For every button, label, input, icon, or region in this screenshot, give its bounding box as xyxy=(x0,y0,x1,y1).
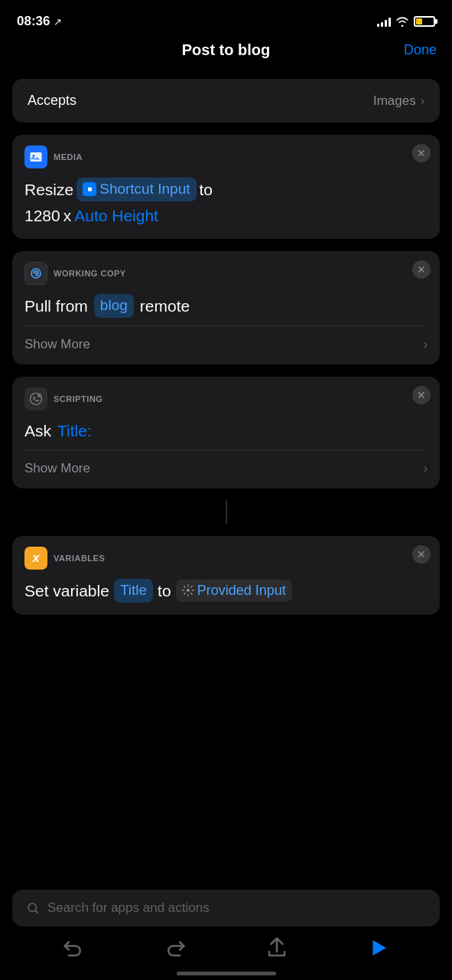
accepts-label: Accepts xyxy=(28,93,76,109)
scripting-category-label: SCRIPTING xyxy=(54,394,102,403)
variables-category-label: VARIABLES xyxy=(54,554,105,563)
set-variable-text: Set variable xyxy=(24,580,109,602)
search-placeholder: Search for apps and actions xyxy=(47,900,210,916)
status-time: 08:36 xyxy=(17,14,50,29)
working-copy-close-button[interactable]: ✕ xyxy=(412,260,431,279)
accepts-chevron: › xyxy=(421,94,424,108)
media-category-label: MEDIA xyxy=(54,152,83,162)
scripting-card: SCRIPTING ✕ Ask Title: Show More › xyxy=(12,377,440,488)
title-var-label: Title xyxy=(120,580,147,601)
location-icon: ↗ xyxy=(54,16,62,28)
page-title: Post to blog xyxy=(182,41,271,59)
accepts-value-text: Images xyxy=(373,93,416,109)
auto-height-token[interactable]: Auto Height xyxy=(74,204,158,227)
variables-header: x VARIABLES xyxy=(24,547,428,570)
blog-token[interactable]: blog xyxy=(94,294,134,318)
play-button[interactable] xyxy=(362,931,395,965)
set-variable-line: Set variable Title to Provided Input xyxy=(24,579,428,603)
scripting-icon xyxy=(24,387,47,410)
undo-button[interactable] xyxy=(57,931,90,965)
wifi-icon xyxy=(395,16,409,27)
search-bar[interactable]: Search for apps and actions xyxy=(12,890,440,926)
scripting-close-button[interactable]: ✕ xyxy=(412,386,431,404)
variables-icon: x xyxy=(24,547,47,570)
x-separator: x xyxy=(63,204,72,227)
svg-point-5 xyxy=(187,589,190,592)
home-indicator xyxy=(177,972,276,975)
media-card-content: Resize ■ Shortcut Input to 1280 x Auto H… xyxy=(24,178,428,227)
variables-card: x VARIABLES ✕ Set variable Title to Prov… xyxy=(12,536,440,615)
search-icon xyxy=(26,901,40,915)
show-more-label: Show More xyxy=(24,337,90,352)
blog-token-label: blog xyxy=(100,296,128,316)
working-copy-category-label: WORKING COPY xyxy=(54,269,126,278)
media-icon xyxy=(24,145,47,168)
scripting-show-more-label: Show More xyxy=(24,461,90,476)
status-icons xyxy=(377,16,435,27)
variables-content: Set variable Title to Provided Input xyxy=(24,579,428,603)
svg-rect-0 xyxy=(31,152,42,162)
redo-button[interactable] xyxy=(158,931,192,965)
ask-title-line: Ask Title: xyxy=(24,420,428,442)
scripting-show-more-chevron: › xyxy=(424,462,428,475)
page-header: Post to blog Done xyxy=(0,38,452,71)
media-card: MEDIA ✕ Resize ■ Shortcut Input to 1280 … xyxy=(12,135,440,239)
provided-input-label: Provided Input xyxy=(197,581,286,600)
resize-to-text: to xyxy=(200,178,213,201)
resize-dimensions-line: 1280 x Auto Height xyxy=(24,204,428,227)
ask-text: Ask xyxy=(24,420,51,442)
working-copy-show-more[interactable]: Show More › xyxy=(24,325,428,352)
width-number[interactable]: 1280 xyxy=(24,204,60,227)
pull-from-line: Pull from blog remote xyxy=(24,294,428,318)
set-var-to-text: to xyxy=(158,580,171,602)
resize-action-text: Resize xyxy=(24,178,73,201)
battery-icon xyxy=(414,16,435,27)
title-var-token[interactable]: Title xyxy=(114,579,153,603)
shortcut-input-token[interactable]: ■ Shortcut Input xyxy=(76,178,196,201)
working-copy-header: WORKING COPY xyxy=(24,262,428,285)
working-copy-content: Pull from blog remote xyxy=(24,294,428,318)
token-icon: ■ xyxy=(83,182,96,196)
resize-action-line: Resize ■ Shortcut Input to xyxy=(24,178,428,201)
svg-point-3 xyxy=(35,272,37,274)
title-token[interactable]: Title: xyxy=(57,420,92,442)
search-section: Search for apps and actions xyxy=(12,890,440,926)
status-bar: 08:36 ↗ xyxy=(0,0,452,38)
accepts-card[interactable]: Accepts Images › xyxy=(12,79,440,122)
signal-bars xyxy=(377,16,391,27)
bottom-toolbar xyxy=(0,931,452,965)
variables-close-button[interactable]: ✕ xyxy=(412,545,431,564)
working-copy-icon xyxy=(24,262,47,285)
share-button[interactable] xyxy=(260,931,294,965)
divider xyxy=(226,501,227,524)
show-more-chevron: › xyxy=(424,338,428,351)
main-content: Accepts Images › MEDIA ✕ Resize ■ xyxy=(0,71,452,622)
done-button[interactable]: Done xyxy=(404,42,437,58)
provided-input-token[interactable]: Provided Input xyxy=(176,580,292,602)
scripting-header: SCRIPTING xyxy=(24,387,428,410)
shortcut-input-label: Shortcut Input xyxy=(99,179,190,200)
accepts-value: Images › xyxy=(373,93,424,109)
media-card-header: MEDIA xyxy=(24,145,428,168)
scripting-content: Ask Title: xyxy=(24,420,428,442)
pull-from-text: Pull from xyxy=(24,295,88,317)
scripting-show-more[interactable]: Show More › xyxy=(24,449,428,476)
media-close-button[interactable]: ✕ xyxy=(412,144,431,162)
working-copy-card: WORKING COPY ✕ Pull from blog remote Sho… xyxy=(12,251,440,364)
remote-text: remote xyxy=(140,295,190,317)
